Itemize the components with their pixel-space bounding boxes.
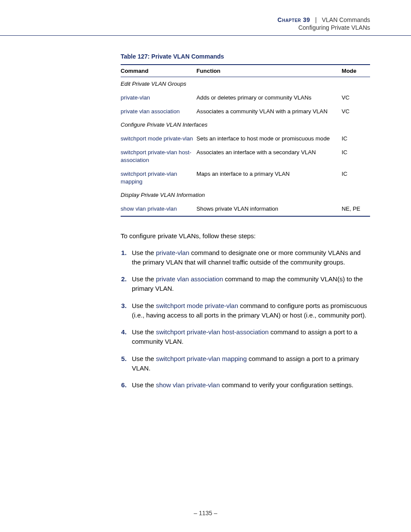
- step-link[interactable]: show vlan private-vlan: [156, 381, 220, 389]
- step-text-pre: Use the: [132, 302, 156, 309]
- table-section-row: Edit Private VLAN Groups: [121, 77, 370, 91]
- table-section-row: Display Private VLAN Information: [121, 188, 370, 202]
- header-line-1: Chapter 39 | VLAN Commands: [0, 16, 370, 23]
- command-link[interactable]: private vlan association: [121, 108, 180, 115]
- content-area: Table 127: Private VLAN Commands Command…: [0, 36, 411, 390]
- step-text-pre: Use the: [132, 328, 156, 336]
- list-item: Use the switchport mode private-vlan com…: [128, 301, 370, 320]
- step-link[interactable]: switchport private-vlan mapping: [156, 355, 247, 362]
- step-link[interactable]: switchport mode private-vlan: [156, 302, 238, 309]
- command-link[interactable]: switchport private-vlan mapping: [121, 171, 177, 185]
- mode-cell: NE, PE: [342, 202, 370, 216]
- table-row: switchport private-vlan mapping Maps an …: [121, 167, 370, 189]
- command-link[interactable]: switchport mode private-vlan: [121, 135, 193, 142]
- table-header-row: Command Function Mode: [121, 65, 370, 77]
- table-section-row: Configure Private VLAN Interfaces: [121, 118, 370, 132]
- steps-list: Use the private-vlan command to designat…: [121, 248, 370, 390]
- list-item: Use the switchport private-vlan mapping …: [128, 354, 370, 373]
- command-link[interactable]: switchport private-vlan host-association: [121, 149, 191, 163]
- table-section-label: Configure Private VLAN Interfaces: [121, 118, 370, 132]
- function-cell: Maps an interface to a primary VLAN: [196, 167, 342, 189]
- command-link[interactable]: private-vlan: [121, 94, 150, 101]
- list-item: Use the switchport private-vlan host-ass…: [128, 327, 370, 346]
- step-text-pre: Use the: [132, 381, 156, 389]
- step-text-pre: Use the: [132, 275, 156, 283]
- page-number: – 1135 –: [0, 510, 411, 516]
- command-link[interactable]: show vlan private-vlan: [121, 205, 177, 212]
- divider-bar: |: [314, 16, 318, 23]
- step-text-post: command to verify your configuration set…: [220, 381, 353, 389]
- chapter-label: Chapter 39: [277, 16, 310, 23]
- page-header: Chapter 39 | VLAN Commands Configuring P…: [0, 0, 411, 31]
- commands-table: Command Function Mode Edit Private VLAN …: [121, 64, 370, 217]
- table-row: private vlan association Associates a co…: [121, 105, 370, 118]
- mode-cell: IC: [342, 132, 370, 146]
- step-link[interactable]: switchport private-vlan host-association: [156, 328, 269, 336]
- step-link[interactable]: private vlan association: [156, 275, 223, 283]
- list-item: Use the private vlan association command…: [128, 274, 370, 293]
- intro-text: To configure private VLANs, follow these…: [121, 231, 370, 240]
- col-header-command: Command: [121, 65, 196, 77]
- table-row: private-vlan Adds or deletes primary or …: [121, 91, 370, 105]
- function-cell: Associates a community VLAN with a prima…: [196, 105, 342, 118]
- list-item: Use the show vlan private-vlan command t…: [128, 380, 370, 390]
- step-link[interactable]: private-vlan: [156, 249, 190, 256]
- mode-cell: VC: [342, 105, 370, 118]
- table-section-label: Display Private VLAN Information: [121, 188, 370, 202]
- table-section-label: Edit Private VLAN Groups: [121, 77, 370, 91]
- document-page: Chapter 39 | VLAN Commands Configuring P…: [0, 0, 411, 532]
- table-row: switchport private-vlan host-association…: [121, 146, 370, 167]
- function-cell: Sets an interface to host mode or promis…: [196, 132, 342, 146]
- function-cell: Associates an interface with a secondary…: [196, 146, 342, 167]
- step-text-pre: Use the: [132, 355, 156, 362]
- mode-cell: VC: [342, 91, 370, 105]
- step-text-pre: Use the: [132, 249, 156, 256]
- table-row: show vlan private-vlan Shows private VLA…: [121, 202, 370, 216]
- mode-cell: IC: [342, 167, 370, 189]
- mode-cell: IC: [342, 146, 370, 167]
- col-header-mode: Mode: [342, 65, 370, 77]
- chapter-title: VLAN Commands: [322, 16, 370, 23]
- function-cell: Adds or deletes primary or community VLA…: [196, 91, 342, 105]
- table-row: switchport mode private-vlan Sets an int…: [121, 132, 370, 146]
- col-header-function: Function: [196, 65, 342, 77]
- table-title: Table 127: Private VLAN Commands: [121, 53, 370, 60]
- function-cell: Shows private VLAN information: [196, 202, 342, 216]
- section-title: Configuring Private VLANs: [0, 24, 370, 31]
- list-item: Use the private-vlan command to designat…: [128, 248, 370, 267]
